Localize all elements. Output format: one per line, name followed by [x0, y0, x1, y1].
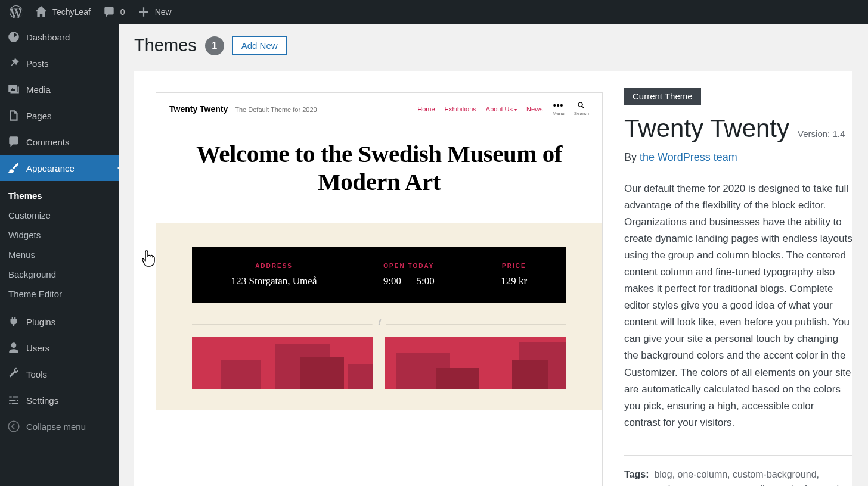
shot-site-title: Twenty Twenty	[169, 104, 228, 114]
sidebar-item-label: Pages	[26, 111, 52, 121]
sidebar-item-label: Posts	[26, 58, 49, 68]
sidebar-item-users[interactable]: Users	[0, 335, 119, 361]
wordpress-icon	[10, 5, 23, 18]
submenu-themes[interactable]: Themes	[0, 186, 119, 205]
shot-col-price: PRICE 129 kr	[501, 263, 527, 287]
shot-block-1	[192, 337, 373, 389]
adminbar-site-link[interactable]: TechyLeaf	[29, 0, 97, 24]
submenu-customize[interactable]: Customize	[0, 205, 119, 225]
home-icon	[35, 5, 48, 18]
svg-point-0	[8, 421, 19, 432]
comment-icon	[103, 5, 116, 18]
shot-band: ADDRESS 123 Storgatan, Umeå OPEN TODAY 9…	[156, 223, 602, 410]
theme-name-row: Twenty Twenty Version: 1.4	[624, 114, 852, 143]
sidebar-item-label: Appearance	[26, 163, 75, 173]
shot-tagline: The Default Theme for 2020	[235, 106, 317, 113]
sidebar-item-settings[interactable]: Settings	[0, 387, 119, 413]
page-title: Themes	[134, 36, 197, 55]
media-icon	[7, 83, 20, 96]
shot-blocks	[192, 337, 566, 389]
shot-col-hours: OPEN TODAY 9:00 — 5:00	[383, 263, 435, 287]
theme-description: Our default theme for 2020 is designed t…	[624, 180, 852, 431]
shot-header: Twenty Twenty The Default Theme for 2020…	[156, 93, 602, 124]
theme-screenshot[interactable]: Twenty Twenty The Default Theme for 2020…	[156, 92, 603, 486]
shot-nav: Home Exhibitions About Us ▾ News •••Menu…	[417, 101, 589, 116]
page-icon	[7, 109, 20, 122]
submenu-theme-editor[interactable]: Theme Editor	[0, 284, 119, 304]
main-content: Themes 1 Add New Twenty Twenty The Defau…	[119, 24, 868, 486]
adminbar-site-name: TechyLeaf	[52, 7, 91, 17]
shot-hero: Welcome to the Swedish Museum of Modern …	[156, 124, 602, 223]
sidebar-item-posts[interactable]: Posts	[0, 50, 119, 76]
shot-info-strip: ADDRESS 123 Storgatan, Umeå OPEN TODAY 9…	[192, 247, 566, 303]
sidebar-item-comments[interactable]: Comments	[0, 129, 119, 155]
sidebar-item-dashboard[interactable]: Dashboard	[0, 24, 119, 50]
shot-col-address: ADDRESS 123 Storgatan, Umeå	[231, 263, 317, 287]
submenu-widgets[interactable]: Widgets	[0, 225, 119, 245]
shot-divider	[192, 324, 566, 325]
adminbar-comment-count: 0	[120, 7, 125, 17]
current-theme-badge: Current Theme	[624, 88, 701, 105]
adminbar-wp-logo[interactable]	[4, 0, 29, 24]
theme-version: Version: 1.4	[798, 129, 845, 139]
adminbar-comments[interactable]: 0	[97, 0, 131, 24]
page-header: Themes 1 Add New	[134, 36, 852, 55]
adminbar-new-label: New	[155, 7, 172, 17]
shot-hero-title: Welcome to the Swedish Museum of Modern …	[192, 140, 566, 196]
collapse-label: Collapse menu	[26, 422, 86, 432]
admin-bar: TechyLeaf 0 New	[0, 0, 868, 24]
wrench-icon	[7, 367, 20, 381]
submenu-background[interactable]: Background	[0, 264, 119, 284]
menu-icon: •••Menu	[553, 101, 565, 116]
theme-divider	[624, 455, 852, 456]
shot-brand: Twenty Twenty The Default Theme for 2020	[169, 104, 317, 114]
shot-nav-home: Home	[417, 105, 435, 113]
collapse-menu[interactable]: Collapse menu	[0, 413, 119, 440]
admin-sidebar: Dashboard Posts Media Pages Comments App…	[0, 24, 119, 486]
sidebar-item-label: Tools	[26, 369, 47, 379]
sidebar-item-appearance[interactable]: Appearance	[0, 155, 119, 181]
shot-nav-news: News	[526, 105, 543, 113]
plus-icon	[137, 5, 150, 18]
sidebar-item-tools[interactable]: Tools	[0, 361, 119, 387]
add-new-button[interactable]: Add New	[232, 36, 287, 55]
sidebar-item-label: Users	[26, 343, 49, 353]
brush-icon	[7, 161, 20, 175]
search-icon: Search	[574, 101, 589, 116]
sidebar-item-label: Dashboard	[26, 32, 70, 42]
collapse-icon	[7, 420, 20, 433]
theme-author: By the WordPress team	[624, 151, 852, 164]
submenu-menus[interactable]: Menus	[0, 245, 119, 264]
plugin-icon	[7, 315, 20, 328]
comments-icon	[7, 135, 20, 148]
themes-count-badge: 1	[205, 36, 224, 55]
sidebar-item-label: Comments	[26, 137, 70, 147]
dashboard-icon	[7, 30, 20, 43]
sidebar-item-media[interactable]: Media	[0, 76, 119, 102]
shot-nav-about: About Us ▾	[486, 105, 517, 113]
user-icon	[7, 341, 20, 354]
sidebar-item-plugins[interactable]: Plugins	[0, 309, 119, 335]
theme-author-link[interactable]: the WordPress team	[640, 151, 737, 163]
screenshot-inner: Twenty Twenty The Default Theme for 2020…	[156, 93, 602, 410]
pin-icon	[7, 57, 20, 70]
svg-point-1	[578, 102, 582, 107]
sidebar-item-label: Media	[26, 85, 51, 95]
theme-tags: Tags: blog, one-column, custom-backgroun…	[624, 468, 852, 486]
appearance-submenu: Themes Customize Widgets Menus Backgroun…	[0, 181, 119, 309]
theme-details: Current Theme Twenty Twenty Version: 1.4…	[624, 71, 852, 486]
sidebar-item-label: Settings	[26, 395, 58, 406]
theme-panel: Twenty Twenty The Default Theme for 2020…	[134, 71, 852, 486]
sliders-icon	[7, 394, 20, 407]
theme-name: Twenty Twenty	[624, 114, 789, 143]
shot-block-2	[385, 337, 566, 389]
sidebar-item-label: Plugins	[26, 317, 55, 327]
sidebar-item-pages[interactable]: Pages	[0, 102, 119, 129]
adminbar-new[interactable]: New	[131, 0, 178, 24]
shot-nav-exhibitions: Exhibitions	[445, 105, 476, 113]
